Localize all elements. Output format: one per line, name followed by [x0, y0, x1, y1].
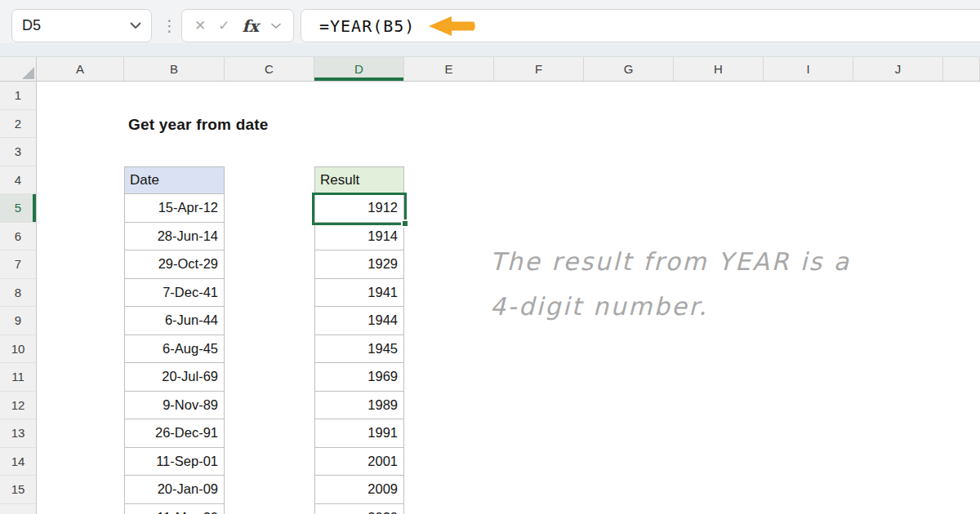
cell-B9[interactable]: 6-Jun-44 [124, 307, 225, 335]
row-header-11[interactable]: 11 [0, 363, 36, 392]
row-header-6[interactable]: 6 [0, 223, 36, 251]
column-header-partial[interactable] [943, 57, 980, 81]
column-header-C[interactable]: C [225, 57, 314, 81]
cell-D7[interactable]: 1929 [314, 250, 404, 279]
cell-B14[interactable]: 11-Sep-01 [124, 448, 225, 476]
row-header-15[interactable]: 15 [0, 476, 36, 504]
row-header-12[interactable]: 12 [0, 392, 36, 420]
row-header-14[interactable]: 14 [0, 448, 36, 476]
formula-buttons: ✕ ✓ fx [181, 9, 294, 42]
enter-icon[interactable]: ✓ [218, 17, 229, 34]
name-box[interactable]: D5 [11, 9, 152, 42]
column-header-G[interactable]: G [584, 57, 674, 81]
cell-D13[interactable]: 1991 [314, 419, 404, 448]
cell-B10[interactable]: 6-Aug-45 [124, 335, 225, 364]
row-header-7[interactable]: 7 [0, 250, 36, 279]
formula-bar[interactable]: =YEAR(B5) [301, 9, 980, 42]
excel-window: D5 ⋮ ✕ ✓ fx =YEAR(B5) ABCDEFGH [0, 0, 980, 514]
cell-D12[interactable]: 1989 [314, 392, 404, 420]
sheet-title: Get year from date [128, 111, 269, 138]
cell-B5[interactable]: 15-Apr-12 [124, 194, 225, 223]
date-table: Date15-Apr-1228-Jun-1429-Oct-297-Dec-416… [124, 166, 225, 514]
cell-D14[interactable]: 2001 [314, 448, 404, 476]
name-box-value: D5 [22, 17, 41, 34]
cell-B11[interactable]: 20-Jul-69 [124, 363, 225, 392]
column-header-D[interactable]: D [314, 57, 404, 81]
cell-B13[interactable]: 26-Dec-91 [124, 419, 225, 448]
column-header-E[interactable]: E [404, 57, 494, 81]
row-header-4[interactable]: 4 [0, 166, 36, 195]
cell-D9[interactable]: 1944 [314, 307, 404, 335]
result-table: Result1912191419291941194419451969198919… [314, 166, 404, 514]
callout-arrow-icon [428, 16, 483, 37]
row-header-10[interactable]: 10 [0, 335, 36, 364]
column-header-A[interactable]: A [37, 57, 124, 81]
column-header-I[interactable]: I [764, 57, 853, 81]
cell-D16[interactable]: 2020 [314, 504, 404, 514]
row-header-5[interactable]: 5 [0, 194, 36, 223]
cell-B16[interactable]: 11-Mar-20 [124, 504, 225, 514]
row-header-13[interactable]: 13 [0, 419, 36, 448]
fill-handle[interactable] [401, 219, 409, 228]
cell-D10[interactable]: 1945 [314, 335, 404, 364]
cell-B15[interactable]: 20-Jan-09 [124, 476, 225, 504]
column-headers: ABCDEFGHIJ [0, 57, 980, 82]
row-header-8[interactable]: 8 [0, 279, 36, 308]
grid-area[interactable]: Get year from date Date15-Apr-1228-Jun-1… [37, 82, 980, 514]
formula-toolbar: D5 ⋮ ✕ ✓ fx =YEAR(B5) [0, 0, 980, 57]
column-header-J[interactable]: J [853, 57, 943, 81]
select-all-button[interactable] [0, 57, 37, 81]
cell-B6[interactable]: 28-Jun-14 [124, 223, 225, 251]
cell-B8[interactable]: 7-Dec-41 [124, 279, 225, 308]
row-header-2[interactable]: 2 [0, 110, 36, 139]
drag-handle-icon: ⋮ [162, 9, 177, 42]
formula-text: =YEAR(B5) [319, 16, 415, 36]
row-header-3[interactable]: 3 [0, 138, 36, 166]
column-header-F[interactable]: F [494, 57, 584, 81]
cell-B12[interactable]: 9-Nov-89 [124, 392, 225, 420]
row-header-1[interactable]: 1 [0, 82, 36, 110]
annotation-note-line2: 4-digit number. [490, 292, 708, 321]
column-header-B[interactable]: B [124, 57, 225, 81]
cell-D6[interactable]: 1914 [314, 223, 404, 251]
cell-D11[interactable]: 1969 [314, 363, 404, 392]
row-headers: 12345678910111213141516 [0, 82, 37, 514]
cell-B7[interactable]: 29-Oct-29 [124, 250, 225, 279]
cell-D5[interactable]: 1912 [314, 194, 404, 223]
annotation-note-line1: The result from YEAR is a [490, 247, 851, 276]
row-header-9[interactable]: 9 [0, 307, 36, 335]
row-header-16[interactable]: 16 [0, 504, 36, 514]
cancel-icon[interactable]: ✕ [194, 17, 206, 34]
column-header-H[interactable]: H [674, 57, 764, 81]
select-all-triangle-icon [22, 67, 34, 79]
cell-D15[interactable]: 2009 [314, 476, 404, 504]
chevron-down-icon[interactable] [130, 22, 141, 29]
cell-D8[interactable]: 1941 [314, 279, 404, 308]
chevron-down-icon[interactable] [271, 23, 281, 29]
cell-B4[interactable]: Date [124, 166, 225, 195]
insert-function-icon[interactable]: fx [242, 16, 259, 36]
cell-D4[interactable]: Result [314, 166, 404, 195]
